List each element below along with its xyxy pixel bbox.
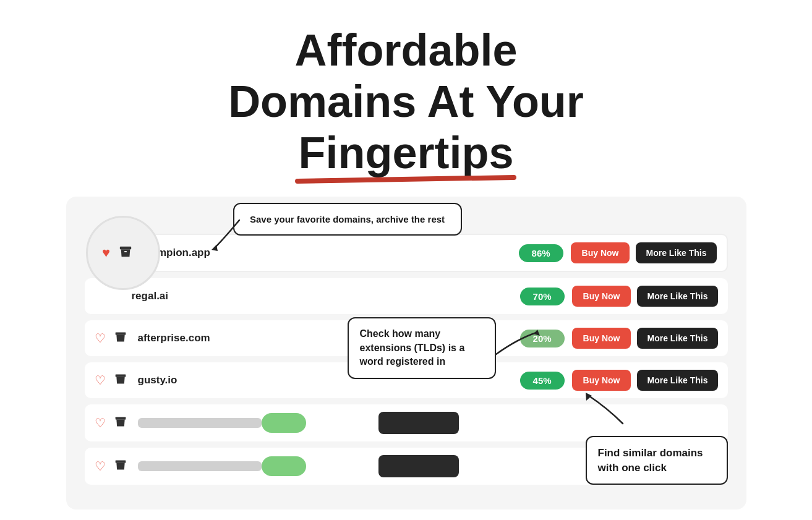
buy-now-button[interactable]: Buy Now: [571, 242, 630, 263]
svg-rect-8: [115, 460, 126, 462]
svg-rect-7: [115, 417, 126, 419]
title-line1: Affordable: [295, 25, 518, 75]
archive-icon[interactable]: [114, 373, 127, 388]
score-placeholder: [262, 413, 306, 433]
ui-demo-container: Save your favorite domains, archive the …: [66, 197, 746, 509]
tooltip-save-favorites: Save your favorite domains, archive the …: [233, 203, 462, 236]
hero-section: Affordable Domains At Your Fingertips: [0, 0, 812, 197]
heart-outline-icon[interactable]: ♡: [95, 459, 106, 474]
domain-row: regal.ai 70% Buy Now More Like This: [85, 278, 728, 314]
arrow-tld: [493, 326, 542, 360]
title-line2: Domains At Your: [228, 77, 584, 126]
svg-rect-3: [120, 247, 131, 250]
hero-title: Affordable Domains At Your Fingertips: [0, 25, 812, 178]
svg-rect-6: [115, 374, 126, 377]
svg-rect-5: [115, 332, 126, 335]
tooltip-similar: Find similar domains with one click: [586, 436, 728, 485]
buy-now-button[interactable]: Buy Now: [572, 370, 631, 391]
more-like-this-button[interactable]: More Like This: [637, 328, 717, 349]
circle-highlight: ♥: [86, 216, 160, 290]
tooltip-tld: Check how many extensions (TLDs) is a wo…: [348, 317, 496, 378]
buy-now-button[interactable]: Buy Now: [572, 328, 631, 349]
more-like-this-button[interactable]: More Like This: [637, 370, 717, 391]
archive-icon[interactable]: [114, 331, 127, 346]
archive-icon[interactable]: [114, 416, 127, 431]
arrow-save-favorites: [205, 214, 242, 254]
more-like-this-button[interactable]: More Like This: [637, 286, 717, 307]
heart-outline-icon[interactable]: ♡: [95, 373, 106, 388]
heart-outline-icon[interactable]: ♡: [95, 331, 106, 346]
more-like-this-button[interactable]: More Like This: [636, 242, 716, 263]
domain-name-placeholder: [138, 461, 262, 471]
domain-name: regal.ai: [132, 290, 520, 302]
title-line3: Fingertips: [298, 127, 513, 179]
more-like-this-placeholder: [378, 412, 459, 434]
row-icons-highlighted: ♥: [102, 245, 143, 262]
score-badge: 70%: [520, 288, 565, 305]
score-badge: 86%: [519, 244, 563, 262]
heart-filled-icon[interactable]: ♥: [102, 245, 110, 261]
score-badge: 45%: [520, 372, 565, 390]
archive-icon[interactable]: [119, 245, 132, 262]
archive-icon[interactable]: [114, 459, 127, 474]
more-like-this-placeholder: [378, 455, 459, 477]
arrow-similar: [576, 390, 626, 429]
domain-name-placeholder: [138, 418, 262, 428]
score-placeholder: [262, 456, 306, 476]
buy-now-button[interactable]: Buy Now: [572, 286, 631, 307]
heart-outline-icon[interactable]: ♡: [95, 416, 106, 430]
